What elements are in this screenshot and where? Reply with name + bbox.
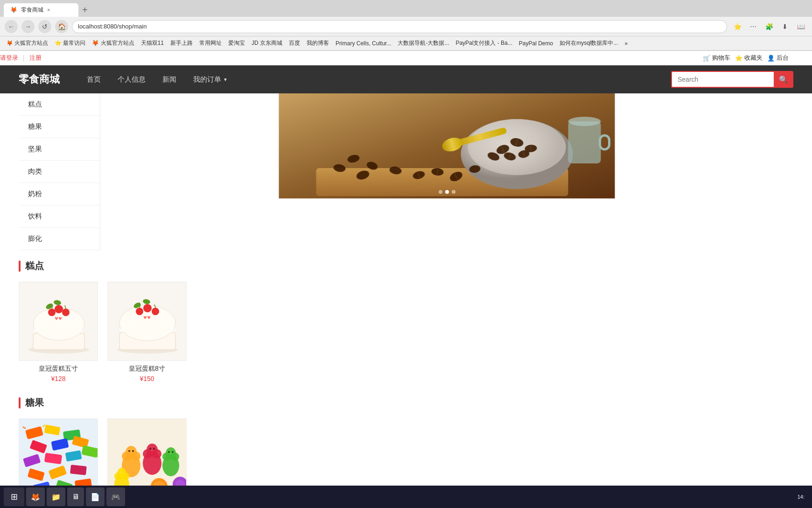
sidebar-item-roulei[interactable]: 肉类 bbox=[19, 161, 100, 183]
taskbar-app-fe[interactable]: 📁 bbox=[47, 487, 65, 506]
navbar: 零食商城 首页 个人信息 新闻 我的订单 ▼ 🔍 bbox=[0, 65, 812, 93]
register-link[interactable]: 注册 bbox=[29, 54, 42, 62]
nav-profile[interactable]: 个人信息 bbox=[109, 65, 154, 93]
nav-orders[interactable]: 我的订单 ▼ bbox=[185, 65, 236, 93]
bookmark-baidu[interactable]: 百度 bbox=[286, 38, 303, 48]
bookmark-paypal[interactable]: PayPal支付接入 - Ba... bbox=[453, 38, 515, 48]
taskbar-clock: 14: bbox=[794, 494, 808, 500]
products-section: 糕点 bbox=[0, 250, 812, 508]
bookmark-blog[interactable]: 我的博客 bbox=[304, 38, 332, 48]
carousel-dot-2[interactable] bbox=[445, 190, 449, 194]
brand-name[interactable]: 零食商城 bbox=[19, 72, 60, 86]
tab-close-btn[interactable]: × bbox=[47, 7, 50, 13]
carousel-dots bbox=[439, 190, 455, 194]
history-icon[interactable]: 📖 bbox=[794, 20, 807, 33]
bookmark-primary[interactable]: Primary Cells, Cultur... bbox=[333, 39, 394, 48]
svg-point-92 bbox=[166, 447, 176, 459]
bookmark-bigdata[interactable]: 大数据导航-大数据... bbox=[395, 38, 452, 48]
home-button[interactable]: 🏠 bbox=[55, 20, 68, 33]
cart-icon: 🛒 bbox=[703, 55, 710, 62]
svg-point-87 bbox=[149, 448, 151, 450]
bookmark-tmall[interactable]: 天猫双11 bbox=[138, 38, 167, 48]
banner-area bbox=[100, 93, 793, 250]
nav-home[interactable]: 首页 bbox=[78, 65, 109, 93]
svg-point-98 bbox=[117, 468, 126, 479]
sidebar-item-yinliao[interactable]: 饮料 bbox=[19, 205, 100, 228]
search-input[interactable] bbox=[671, 71, 774, 88]
nav-links: 首页 个人信息 新闻 我的订单 ▼ bbox=[78, 65, 671, 93]
cake-svg-1 bbox=[19, 282, 98, 361]
auth-divider: | bbox=[23, 54, 25, 62]
bookmark-firefox2[interactable]: 🦊 火狐官方站点 bbox=[89, 38, 137, 48]
bookmark-common[interactable]: 常用网址 bbox=[196, 38, 224, 48]
bookmark-paypal-demo[interactable]: PayPal Demo bbox=[516, 39, 556, 48]
sidebar: 糕点 糖果 坚果 肉类 奶粉 饮料 膨化 bbox=[19, 93, 100, 250]
menu-icon[interactable]: ⋯ bbox=[747, 20, 760, 33]
bookmark-more[interactable]: » bbox=[622, 39, 631, 48]
bookmark-newhand[interactable]: 新手上路 bbox=[168, 38, 196, 48]
svg-point-37 bbox=[55, 305, 63, 313]
product-image-cake2 bbox=[107, 282, 187, 361]
taskbar-app-fox[interactable]: 🦊 bbox=[26, 487, 45, 506]
favorites-link[interactable]: ⭐ 收藏夹 bbox=[735, 54, 763, 62]
svg-rect-29 bbox=[568, 121, 601, 163]
cart-link[interactable]: 🛒 购物车 bbox=[703, 54, 730, 62]
taskbar: ⊞ 🦊 📁 🖥 📄 🎮 14: bbox=[0, 486, 812, 508]
taskbar-start[interactable]: ⊞ bbox=[4, 487, 24, 506]
section-gaodian-title: 糕点 bbox=[19, 260, 793, 272]
login-link[interactable]: 请登录 bbox=[0, 54, 18, 62]
product-price-cake1: ¥128 bbox=[19, 375, 98, 382]
carousel-dot-1[interactable] bbox=[439, 190, 442, 194]
address-bar[interactable] bbox=[72, 20, 727, 33]
forward-button[interactable]: → bbox=[21, 20, 35, 33]
search-icon: 🔍 bbox=[779, 75, 788, 84]
search-button[interactable]: 🔍 bbox=[774, 71, 793, 88]
svg-rect-70 bbox=[70, 465, 87, 475]
tab-favicon: 🦊 bbox=[10, 7, 17, 13]
bookmark-firefox[interactable]: 🦊火狐官方站点 bbox=[4, 38, 51, 48]
reload-button[interactable]: ↺ bbox=[38, 20, 51, 33]
browser-tab[interactable]: 🦊 零食商城 × bbox=[4, 3, 78, 17]
product-card-cake2[interactable]: 皇冠蛋糕8寸 ¥150 bbox=[107, 282, 187, 382]
product-image-cake1 bbox=[19, 282, 98, 361]
bookmark-jd[interactable]: JD 京东商城 bbox=[249, 38, 285, 48]
svg-point-81 bbox=[128, 450, 130, 452]
dropdown-arrow: ▼ bbox=[223, 77, 228, 82]
star-icon: ⭐ bbox=[735, 55, 742, 62]
carousel-dot-3[interactable] bbox=[452, 190, 455, 194]
person-icon: 👤 bbox=[767, 55, 775, 62]
taskbar-app-game[interactable]: 🎮 bbox=[106, 487, 125, 506]
bookmark-mysql[interactable]: 如何在mysql数据库中... bbox=[557, 38, 621, 48]
section-tangguo-title: 糖果 bbox=[19, 396, 793, 409]
taskbar-app-doc[interactable]: 📄 bbox=[86, 487, 105, 506]
bookmarks-bar: 🦊火狐官方站点 ⭐ 最常访问 🦊 火狐官方站点 天猫双11 新手上路 常用网址 … bbox=[0, 36, 812, 50]
svg-point-49 bbox=[143, 304, 152, 312]
svg-point-93 bbox=[168, 451, 170, 453]
svg-point-80 bbox=[126, 446, 137, 459]
download-icon[interactable]: ⬇ bbox=[778, 20, 791, 33]
svg-point-86 bbox=[147, 444, 158, 457]
new-tab-btn[interactable]: + bbox=[78, 5, 92, 15]
bookmark-aitaobao[interactable]: 爱淘宝 bbox=[225, 38, 248, 48]
taskbar-app-monitor[interactable]: 🖥 bbox=[67, 487, 84, 506]
bookmarks-icon[interactable]: ⭐ bbox=[731, 20, 744, 33]
svg-point-48 bbox=[136, 308, 143, 315]
search-area: 🔍 bbox=[671, 71, 793, 88]
extensions-icon[interactable]: 🧩 bbox=[763, 20, 776, 33]
product-name-cake2: 皇冠蛋糕8寸 bbox=[107, 365, 187, 373]
svg-point-38 bbox=[62, 309, 70, 316]
bookmark-recent[interactable]: ⭐ 最常访问 bbox=[52, 38, 88, 48]
svg-point-88 bbox=[153, 448, 155, 450]
nav-news[interactable]: 新闻 bbox=[154, 65, 185, 93]
sidebar-item-jianguo[interactable]: 坚果 bbox=[19, 138, 100, 161]
product-card-cake1[interactable]: 皇冠蛋糕五寸 ¥128 bbox=[19, 282, 98, 382]
sidebar-item-tangguo[interactable]: 糖果 bbox=[19, 116, 100, 138]
sidebar-item-gaodian[interactable]: 糕点 bbox=[19, 93, 100, 116]
svg-point-94 bbox=[172, 451, 174, 453]
sidebar-item-naifen[interactable]: 奶粉 bbox=[19, 183, 100, 205]
backend-link[interactable]: 👤 后台 bbox=[767, 54, 789, 62]
back-button[interactable]: ← bbox=[5, 20, 18, 33]
sidebar-item-penghua[interactable]: 膨化 bbox=[19, 228, 100, 250]
tab-title: 零食商城 bbox=[21, 6, 43, 14]
banner-image bbox=[100, 93, 793, 198]
